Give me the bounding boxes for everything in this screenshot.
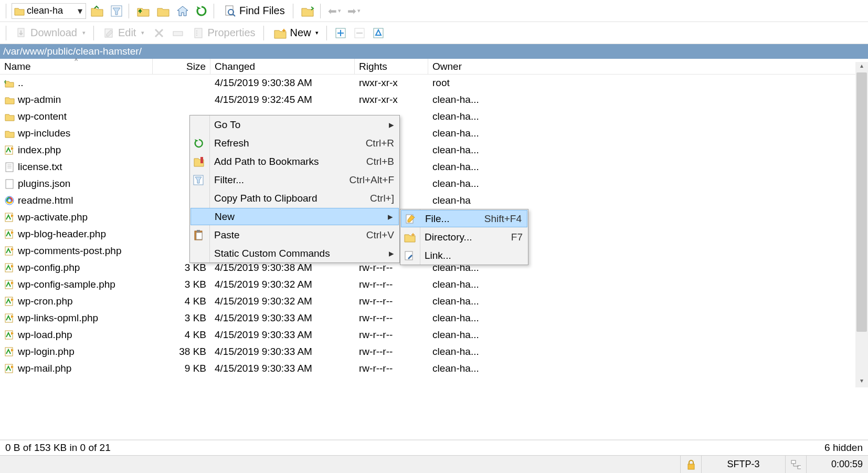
home-button[interactable] — [174, 3, 191, 19]
file-row[interactable]: ..4/15/2019 9:30:38 AMrwxr-xr-xroot — [0, 75, 868, 91]
file-name: wp-links-opml.php — [18, 312, 98, 324]
file-icon — [4, 313, 15, 323]
menu-item-paste[interactable]: PasteCtrl+V — [190, 226, 399, 244]
path-combo[interactable]: clean-ha ▾ — [12, 3, 86, 19]
file-name: wp-mail.php — [18, 363, 71, 374]
file-row[interactable]: wp-links-opml.php3 KB4/15/2019 9:30:33 A… — [0, 310, 868, 327]
toolbar-main: clean-ha ▾ Find Files ⬅▾ ➡▾ — [0, 0, 868, 22]
refresh-button[interactable] — [193, 3, 210, 19]
menu-item-go-to[interactable]: Go To▸ — [190, 115, 399, 134]
new-button[interactable]: New ▾ — [269, 25, 323, 41]
file-row[interactable]: wp-includesclean-ha... — [0, 125, 868, 142]
file-row[interactable]: wp-admin4/15/2019 9:32:45 AMrwxr-xr-xcle… — [0, 91, 868, 108]
column-size[interactable]: Size — [153, 59, 210, 74]
file-row[interactable]: wp-load.php4 KB4/15/2019 9:30:33 AMrw-r-… — [0, 327, 868, 343]
scrollbar-thumb[interactable] — [856, 72, 867, 332]
menu-item-add-path-to-bookmarks[interactable]: Add Path to BookmarksCtrl+B — [190, 152, 399, 171]
sync-button[interactable] — [299, 3, 316, 19]
filter-button[interactable] — [108, 3, 125, 19]
menu-shortcut: F7 — [511, 232, 523, 243]
submenu-arrow-icon: ▸ — [389, 247, 394, 259]
edit-label: Edit — [118, 27, 136, 39]
menu-label: Directory... — [425, 232, 501, 243]
download-button[interactable]: Download ▾ — [12, 25, 90, 41]
file-size: 3 KB — [153, 312, 210, 324]
select-all-button[interactable] — [370, 25, 387, 41]
file-name: wp-load.php — [18, 329, 72, 341]
submenu-item-link...[interactable]: Link... — [400, 246, 528, 265]
menu-item-static-custom-commands[interactable]: Static Custom Commands▸ — [190, 244, 399, 262]
file-size: 4 KB — [153, 296, 210, 307]
file-row[interactable]: index.phpclean-ha... — [0, 142, 868, 159]
toolbar-separator — [6, 4, 8, 18]
file-row[interactable]: readme.html8clean-ha — [0, 192, 868, 209]
file-name: wp-admin — [18, 94, 61, 106]
vertical-scrollbar[interactable]: ▴ ▾ — [855, 62, 868, 387]
file-rights: rwxr-xr-x — [355, 77, 428, 89]
column-rights[interactable]: Rights — [355, 59, 428, 74]
submenu-item-directory...[interactable]: Directory...F7 — [400, 228, 528, 246]
file-row[interactable]: wp-config-sample.php3 KB4/15/2019 9:30:3… — [0, 276, 868, 293]
up-button[interactable] — [134, 3, 152, 19]
toolbar-separator — [93, 26, 96, 40]
refresh-icon — [193, 138, 207, 149]
file-rights: rw-r--r-- — [355, 346, 428, 358]
column-owner[interactable]: Owner — [428, 59, 768, 74]
delete-button[interactable] — [151, 25, 167, 41]
context-menu: Go To▸RefreshCtrl+RAdd Path to Bookmarks… — [189, 115, 400, 263]
file-name: wp-cron.php — [18, 296, 73, 307]
rename-button[interactable] — [170, 25, 186, 41]
scroll-down-icon[interactable]: ▾ — [855, 377, 868, 387]
file-row[interactable]: wp-login.php38 KB4/15/2019 9:30:33 AMrw-… — [0, 343, 868, 360]
find-files-button[interactable]: Find Files — [219, 3, 289, 19]
menu-item-filter-[interactable]: Filter...Ctrl+Alt+F — [190, 171, 399, 189]
scroll-up-icon[interactable]: ▴ — [855, 62, 868, 72]
file-changed: 4/15/2019 9:30:38 AM — [210, 77, 355, 89]
file-icon — [4, 78, 15, 88]
sort-indicator-icon: ^ — [75, 57, 78, 65]
column-name[interactable]: Name ^ — [0, 59, 153, 74]
svg-point-10 — [196, 35, 197, 36]
chevron-down-icon[interactable]: ▾ — [75, 5, 86, 17]
toolbar-separator — [6, 26, 8, 40]
file-row[interactable]: wp-contentclean-ha... — [0, 108, 868, 125]
connection-icon[interactable] — [785, 456, 806, 473]
minus-button[interactable] — [351, 25, 368, 41]
svg-point-9 — [196, 33, 197, 34]
file-changed: 4/15/2019 9:30:33 AM — [210, 312, 355, 324]
menu-item-new[interactable]: New▸ — [190, 208, 399, 225]
file-row[interactable]: wp-cron.php4 KB4/15/2019 9:30:32 AMrw-r-… — [0, 293, 868, 310]
file-name: wp-comments-post.php — [18, 245, 121, 257]
refresh-folder-button[interactable] — [154, 3, 172, 19]
file-name: wp-activate.php — [18, 212, 88, 223]
connection-status-bar: SFTP-3 0:00:59 — [0, 455, 868, 473]
menu-shortcut: Ctrl+] — [370, 193, 394, 204]
file-name: readme.html — [18, 195, 73, 206]
properties-button[interactable]: Properties — [188, 25, 259, 41]
file-icon — [4, 262, 15, 273]
plus-button[interactable] — [332, 25, 349, 41]
find-files-label: Find Files — [239, 5, 285, 17]
forward-button[interactable]: ➡▾ — [345, 3, 363, 19]
file-owner: clean-ha... — [428, 144, 768, 156]
file-icon — [4, 212, 15, 223]
menu-label: Go To — [214, 119, 389, 131]
file-icon — [4, 145, 15, 155]
path-bar[interactable]: /var/www/public/clean-hamster/ — [0, 44, 868, 59]
menu-label: Refresh — [214, 138, 355, 149]
file-row[interactable]: plugins.jsonclean-ha... — [0, 175, 868, 192]
file-row[interactable]: license.txt20clean-ha... — [0, 159, 868, 175]
back-button[interactable]: ⬅▾ — [326, 3, 343, 19]
submenu-arrow-icon: ▸ — [388, 211, 393, 223]
parent-folder-button[interactable] — [88, 3, 106, 19]
menu-item-refresh[interactable]: RefreshCtrl+R — [190, 134, 399, 152]
file-owner: clean-ha... — [428, 363, 768, 374]
file-icon — [4, 112, 15, 121]
submenu-arrow-icon: ▸ — [389, 119, 394, 131]
menu-item-copy-path-to-clipboard[interactable]: Copy Path to ClipboardCtrl+] — [190, 189, 399, 207]
context-submenu-new: File...Shift+F4Directory...F7Link... — [400, 209, 528, 265]
file-row[interactable]: wp-mail.php9 KB4/15/2019 9:30:33 AMrw-r-… — [0, 360, 868, 377]
edit-button[interactable]: Edit ▾ — [99, 25, 149, 41]
submenu-item-file...[interactable]: File...Shift+F4 — [401, 210, 527, 227]
column-changed[interactable]: Changed — [210, 59, 355, 74]
